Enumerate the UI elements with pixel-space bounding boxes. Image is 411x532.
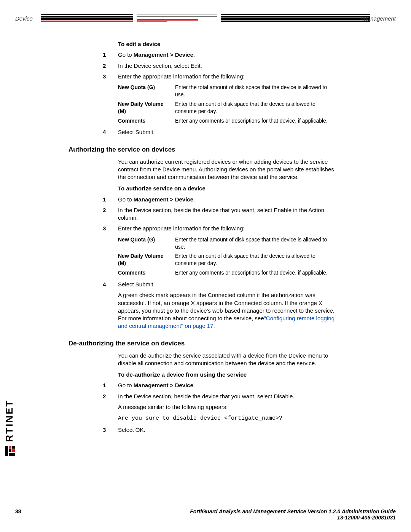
procedure-title-authorize: To authorize service on a device bbox=[118, 185, 342, 192]
step-text: In the Device section, beside the device… bbox=[118, 393, 295, 399]
step-3: 3 Enter the appropriate information for … bbox=[103, 73, 342, 126]
step-2: 2 In the Device section, beside the devi… bbox=[103, 206, 342, 222]
step-text: Go to bbox=[118, 51, 134, 58]
svg-rect-3 bbox=[41, 21, 133, 22]
header-left-label: Device bbox=[15, 15, 33, 22]
svg-rect-0 bbox=[41, 14, 133, 15]
nav-path: Management > Device bbox=[134, 196, 193, 203]
step-text: In the Device section, beside the device… bbox=[118, 207, 324, 221]
field-desc: Enter the amount of disk space that the … bbox=[175, 99, 335, 116]
step-3: 3 Select OK. bbox=[103, 426, 342, 434]
field-name: Comments bbox=[118, 268, 175, 278]
page-header: Device Management bbox=[0, 14, 411, 25]
step-note: A green check mark appears in the Connec… bbox=[118, 291, 342, 330]
step-text: Select Submit. bbox=[118, 129, 155, 135]
page-content: To edit a device 1 Go to Management > De… bbox=[68, 40, 342, 437]
header-right-label: Management bbox=[362, 15, 396, 22]
step-number: 3 bbox=[103, 73, 106, 80]
field-desc: Enter the total amount of disk space tha… bbox=[175, 83, 335, 99]
step-1: 1 Go to Management > Device. bbox=[103, 51, 342, 59]
step-text: Select Submit. bbox=[118, 281, 155, 288]
steps-edit-device: 1 Go to Management > Device. 2 In the De… bbox=[103, 51, 342, 136]
svg-rect-5 bbox=[137, 16, 217, 17]
field-name: Comments bbox=[118, 116, 175, 126]
step-text: Go to bbox=[118, 196, 134, 203]
field-name: New Daily Volume (M) bbox=[118, 99, 175, 116]
footer-doc-id: 13-12000-406-20081031 bbox=[15, 514, 396, 521]
step-number: 4 bbox=[103, 128, 106, 136]
step-2: 2 In the Device section, beside the devi… bbox=[103, 393, 342, 423]
svg-rect-8 bbox=[221, 14, 370, 15]
step-number: 2 bbox=[103, 206, 106, 214]
svg-rect-9 bbox=[221, 16, 370, 18]
table-row: New Daily Volume (M) Enter the amount of… bbox=[118, 99, 335, 116]
step-number: 1 bbox=[103, 196, 106, 203]
page-number: 38 bbox=[15, 508, 21, 514]
step-note: A message similar to the following appea… bbox=[118, 403, 342, 411]
step-text: Go to bbox=[118, 382, 134, 388]
table-row: New Quota (G) Enter the total amount of … bbox=[118, 235, 335, 252]
field-name: New Quota (G) bbox=[118, 83, 175, 99]
step-number: 4 bbox=[103, 281, 106, 288]
step-text: In the Device section, select Edit. bbox=[118, 62, 202, 69]
field-name: New Daily Volume (M) bbox=[118, 251, 175, 268]
step-text: Select OK. bbox=[118, 427, 145, 433]
step-1: 1 Go to Management > Device. bbox=[103, 196, 342, 203]
svg-rect-14 bbox=[12, 446, 15, 449]
svg-rect-7 bbox=[137, 21, 167, 22]
field-name: New Quota (G) bbox=[118, 235, 175, 252]
step-number: 3 bbox=[103, 426, 106, 434]
nav-path: Management > Device bbox=[134, 51, 193, 58]
table-row: New Quota (G) Enter the total amount of … bbox=[118, 83, 335, 99]
fortinet-logo: RTINET bbox=[3, 399, 15, 456]
step-3: 3 Enter the appropriate information for … bbox=[103, 225, 342, 278]
table-row: Comments Enter any comments or descripti… bbox=[118, 116, 335, 126]
page-footer: 38 FortiGuard Analysis and Management Se… bbox=[15, 508, 396, 521]
logo-icon bbox=[3, 442, 15, 456]
field-desc: Enter the total amount of disk space tha… bbox=[175, 235, 335, 252]
section-heading-authorizing: Authorizing the service on devices bbox=[68, 145, 342, 154]
svg-rect-6 bbox=[137, 19, 198, 21]
svg-rect-2 bbox=[41, 18, 133, 20]
code-message: Are you sure to disable device <fortigat… bbox=[118, 415, 342, 422]
field-desc: Enter any comments or descriptions for t… bbox=[175, 116, 335, 126]
step-4: 4 Select Submit. bbox=[103, 128, 342, 136]
step-text: Enter the appropriate information for th… bbox=[118, 73, 245, 80]
section-intro: You can de-authorize the service associa… bbox=[118, 352, 342, 367]
step-text: Enter the appropriate information for th… bbox=[118, 225, 245, 232]
steps-deauthorize: 1 Go to Management > Device. 2 In the De… bbox=[103, 382, 342, 434]
svg-rect-16 bbox=[12, 449, 15, 452]
step-number: 1 bbox=[103, 382, 106, 389]
field-table: New Quota (G) Enter the total amount of … bbox=[118, 83, 335, 125]
step-number: 1 bbox=[103, 51, 106, 59]
svg-rect-4 bbox=[137, 14, 217, 14]
section-heading-deauthorizing: De-authorizing the service on devices bbox=[68, 339, 342, 348]
svg-rect-15 bbox=[9, 449, 11, 452]
step-number: 2 bbox=[103, 393, 106, 400]
table-row: Comments Enter any comments or descripti… bbox=[118, 268, 335, 278]
svg-rect-1 bbox=[41, 16, 133, 18]
step-4: 4 Select Submit. A green check mark appe… bbox=[103, 281, 342, 330]
step-number: 3 bbox=[103, 225, 106, 232]
table-row: New Daily Volume (M) Enter the amount of… bbox=[118, 251, 335, 268]
nav-path: Management > Device bbox=[134, 382, 193, 388]
svg-rect-12 bbox=[5, 446, 8, 456]
svg-rect-13 bbox=[9, 446, 11, 449]
field-table: New Quota (G) Enter the total amount of … bbox=[118, 235, 335, 278]
field-desc: Enter any comments or descriptions for t… bbox=[175, 268, 335, 278]
procedure-title-deauthorize: To de-authorize a device from using the … bbox=[118, 371, 342, 379]
header-stripe-graphic bbox=[41, 14, 370, 25]
svg-rect-17 bbox=[9, 453, 15, 456]
step-1: 1 Go to Management > Device. bbox=[103, 382, 342, 389]
steps-authorize: 1 Go to Management > Device. 2 In the De… bbox=[103, 196, 342, 330]
logo-text: RTINET bbox=[3, 399, 15, 442]
step-2: 2 In the Device section, select Edit. bbox=[103, 62, 342, 70]
footer-doc-title: FortiGuard Analysis and Management Servi… bbox=[15, 508, 396, 514]
procedure-title-edit-device: To edit a device bbox=[118, 40, 342, 48]
svg-rect-11 bbox=[221, 21, 370, 22]
section-intro: You can authorize current registered dev… bbox=[118, 158, 342, 181]
field-desc: Enter the amount of disk space that the … bbox=[175, 251, 335, 268]
step-number: 2 bbox=[103, 62, 106, 70]
svg-rect-10 bbox=[221, 18, 370, 20]
